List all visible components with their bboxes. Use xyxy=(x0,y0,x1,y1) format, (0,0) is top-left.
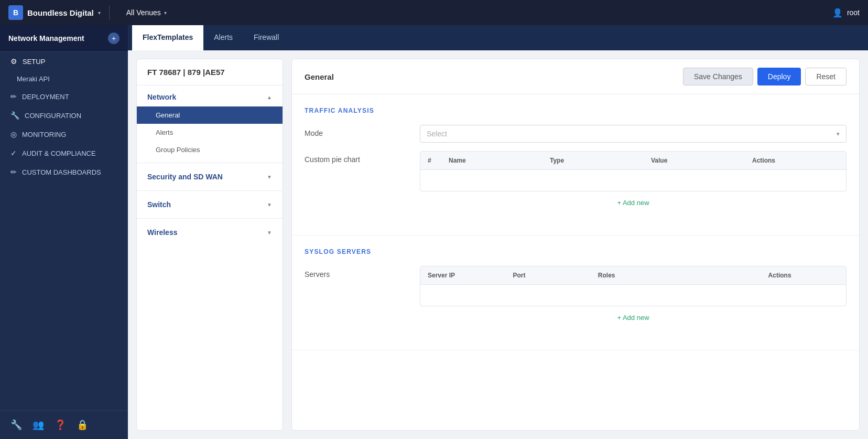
right-panel: General Save Changes Deploy Reset TRAFFI… xyxy=(291,59,860,431)
sidebar-dashboards-label: CUSTOM DASHBOARDS xyxy=(22,168,101,176)
sidebar-setup-label: SETUP xyxy=(23,58,45,66)
tree-divider-2 xyxy=(137,190,283,191)
sidebar-item-deployment[interactable]: ✏ DEPLOYMENT xyxy=(0,87,128,106)
reset-button[interactable]: Reset xyxy=(805,68,847,85)
audit-icon: ✓ xyxy=(10,149,17,157)
traffic-table: # Name Type Value Actions xyxy=(420,151,847,191)
venue-chevron-icon: ▾ xyxy=(164,10,167,16)
tools-icon[interactable]: 🔧 xyxy=(10,419,22,431)
traffic-th-name: Name xyxy=(441,152,542,169)
deployment-icon: ✏ xyxy=(10,92,17,101)
add-new-icon[interactable]: + xyxy=(108,33,120,44)
app-title: Network Management xyxy=(8,34,84,42)
custom-pie-label: Custom pie chart xyxy=(305,151,420,164)
sidebar-item-setup[interactable]: ⚙ SETUP xyxy=(0,52,128,71)
tree-divider-3 xyxy=(137,218,283,219)
syslog-add-new-link[interactable]: + Add new xyxy=(420,306,847,329)
tree-section-network: Network ▲ General Alerts Group Policies xyxy=(137,85,283,160)
syslog-th-port: Port xyxy=(505,266,590,284)
sidebar-item-audit[interactable]: ✓ AUDIT & COMPLIANCE xyxy=(0,144,128,163)
sidebar-footer: 🔧 👥 ❓ 🔒 xyxy=(0,410,128,439)
tree-item-wireless[interactable]: Wireless ▼ xyxy=(137,223,283,242)
deploy-button[interactable]: Deploy xyxy=(757,68,801,85)
custom-pie-field-content: # Name Type Value Actions + Add new xyxy=(420,151,847,214)
tree-item-switch[interactable]: Switch ▼ xyxy=(137,195,283,214)
tree-item-security[interactable]: Security and SD WAN ▼ xyxy=(137,167,283,186)
sidebar-item-configuration[interactable]: 🔧 CONFIGURATION xyxy=(0,106,128,125)
network-label: Network xyxy=(147,93,176,101)
alerts-label: Alerts xyxy=(156,129,173,136)
syslog-table-body xyxy=(420,285,846,306)
org-chevron-icon[interactable]: ▾ xyxy=(98,10,101,16)
mode-select-chevron-icon: ▾ xyxy=(837,131,840,137)
traffic-add-new-link[interactable]: + Add new xyxy=(420,191,847,214)
tree-section-security: Security and SD WAN ▼ xyxy=(137,165,283,188)
traffic-analysis-section: TRAFFIC ANALYSIS Mode Select ▾ xyxy=(292,94,859,235)
tree-sub-item-group-policies[interactable]: Group Policies xyxy=(137,141,283,158)
traffic-table-body xyxy=(420,170,846,191)
sidebar-audit-label: AUDIT & COMPLIANCE xyxy=(22,149,96,157)
syslog-th-actions: Actions xyxy=(761,266,846,284)
custom-pie-field-row: Custom pie chart # Name Type Value Actio… xyxy=(305,151,847,214)
panel-actions: Save Changes Deploy Reset xyxy=(683,68,847,85)
logo-text: Boundless Digital xyxy=(27,8,94,17)
sidebar: Network Management + ⚙ SETUP Meraki API … xyxy=(0,25,128,439)
meraki-api-label: Meraki API xyxy=(17,75,50,83)
syslog-section: SYSLOG SERVERS Servers Server IP Port Ro… xyxy=(292,235,859,350)
left-panel: FT 78687 | 879 |AE57 Network ▲ General A… xyxy=(136,59,283,431)
help-icon[interactable]: ❓ xyxy=(55,419,66,431)
sidebar-item-monitoring[interactable]: ◎ MONITORING xyxy=(0,125,128,144)
sidebar-configuration-label: CONFIGURATION xyxy=(25,112,81,120)
servers-label: Servers xyxy=(305,266,420,279)
venue-name: All Venues xyxy=(126,8,161,17)
user-section: 👤 root xyxy=(832,8,860,18)
sidebar-item-meraki-api[interactable]: Meraki API xyxy=(0,71,128,87)
switch-label: Switch xyxy=(147,200,171,209)
traffic-th-hash: # xyxy=(420,152,441,169)
group-policies-label: Group Policies xyxy=(156,146,200,154)
wireless-arrow-icon: ▼ xyxy=(267,230,272,235)
servers-field-row: Servers Server IP Port Roles Actions xyxy=(305,266,847,329)
logo: B Boundless Digital ▾ xyxy=(8,5,101,20)
security-label: Security and SD WAN xyxy=(147,173,223,181)
logo-icon: B xyxy=(8,5,23,20)
lock-icon[interactable]: 🔒 xyxy=(77,419,88,431)
tree-section-switch: Switch ▼ xyxy=(137,193,283,216)
page-content: FT 78687 | 879 |AE57 Network ▲ General A… xyxy=(128,50,868,439)
panel-top: General Save Changes Deploy Reset xyxy=(292,59,859,94)
user-name: root xyxy=(847,8,860,17)
traffic-analysis-title: TRAFFIC ANALYSIS xyxy=(305,107,847,114)
syslog-title: SYSLOG SERVERS xyxy=(305,248,847,255)
mode-field-content: Select ▾ xyxy=(420,125,847,143)
syslog-th-roles: Roles xyxy=(591,266,761,284)
tab-flextemplates[interactable]: FlexTemplates xyxy=(132,25,203,50)
mode-select[interactable]: Select ▾ xyxy=(420,125,847,143)
tree-section-wireless: Wireless ▼ xyxy=(137,221,283,244)
sidebar-item-dashboards[interactable]: ✏ CUSTOM DASHBOARDS xyxy=(0,163,128,181)
mode-field-row: Mode Select ▾ xyxy=(305,125,847,143)
tree-sub-item-general[interactable]: General xyxy=(137,106,283,124)
tree-sub-item-alerts[interactable]: Alerts xyxy=(137,124,283,141)
tab-bar: FlexTemplates Alerts Firewall xyxy=(128,25,868,50)
tab-alerts[interactable]: Alerts xyxy=(203,25,243,50)
syslog-table: Server IP Port Roles Actions xyxy=(420,266,847,306)
network-arrow-icon: ▲ xyxy=(267,94,272,100)
users-icon[interactable]: 👥 xyxy=(32,419,44,431)
venue-selector[interactable]: All Venues ▾ xyxy=(118,8,175,17)
wireless-label: Wireless xyxy=(147,228,177,237)
mode-label: Mode xyxy=(305,125,420,137)
mode-select-placeholder: Select xyxy=(427,130,447,138)
sidebar-deployment-label: DEPLOYMENT xyxy=(22,93,69,101)
traffic-th-type: Type xyxy=(542,152,644,169)
left-panel-header: FT 78687 | 879 |AE57 xyxy=(137,59,283,85)
tab-firewall[interactable]: Firewall xyxy=(243,25,289,50)
content-area: FlexTemplates Alerts Firewall FT 78687 |… xyxy=(128,25,868,439)
top-bar: B Boundless Digital ▾ All Venues ▾ 👤 roo… xyxy=(0,0,868,25)
tree-item-network[interactable]: Network ▲ xyxy=(137,88,283,106)
user-icon: 👤 xyxy=(832,8,843,18)
monitoring-icon: ◎ xyxy=(10,130,17,138)
servers-field-content: Server IP Port Roles Actions + Add new xyxy=(420,266,847,329)
save-changes-button[interactable]: Save Changes xyxy=(683,68,753,85)
panel-title: General xyxy=(305,72,334,81)
traffic-table-header: # Name Type Value Actions xyxy=(420,152,846,170)
